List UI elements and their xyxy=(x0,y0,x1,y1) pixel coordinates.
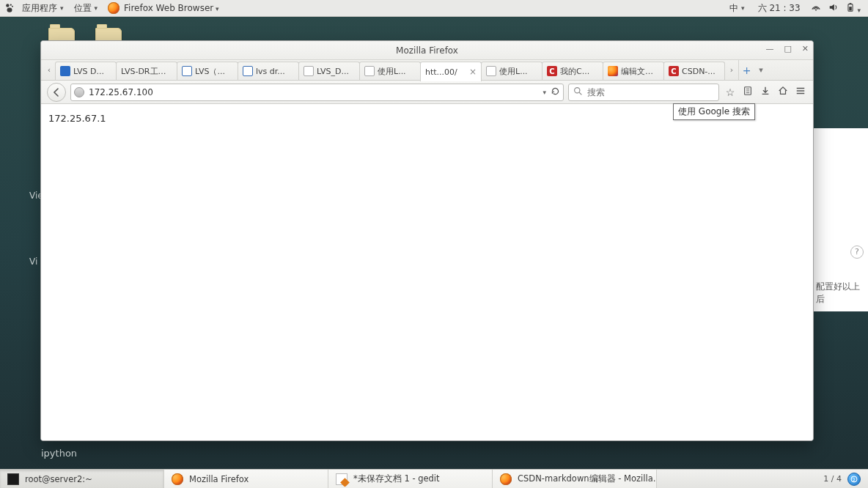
reader-view-icon[interactable] xyxy=(741,86,754,98)
svg-rect-6 xyxy=(849,3,851,4)
tab-label: LVS D... xyxy=(73,67,111,76)
tab[interactable]: LVS-DR工… xyxy=(116,62,177,80)
battery-icon[interactable] xyxy=(846,2,861,15)
tab[interactable]: B lvs dr... xyxy=(238,62,299,80)
bookmark-star-icon[interactable]: ☆ xyxy=(724,86,737,98)
tab-label: LVS-DR工… xyxy=(121,66,172,77)
tab-scroll-right[interactable]: › xyxy=(725,60,738,80)
tray-notification-icon[interactable]: 2 xyxy=(847,473,861,486)
search-bar[interactable]: 使用 Google 搜索 xyxy=(568,84,719,101)
firefox-window: Mozilla Firefox — □ ✕ ‹ LVS D... LVS-DR工… xyxy=(40,40,814,441)
favicon-icon: B xyxy=(182,66,192,76)
search-icon xyxy=(573,86,583,98)
gnome-top-panel: 应用程序 位置 Firefox Web Browser 中 六 21 : 33 xyxy=(0,0,868,17)
tab-list-button[interactable]: ▾ xyxy=(754,60,768,80)
tab[interactable]: C CSDN-... xyxy=(663,62,725,80)
tab[interactable]: LVS_D... xyxy=(298,62,360,80)
svg-point-4 xyxy=(815,9,817,10)
firefox-launcher[interactable]: Firefox Web Browser xyxy=(105,1,222,15)
close-button[interactable]: ✕ xyxy=(802,44,809,53)
tab-label: lvs dr... xyxy=(256,67,294,76)
favicon-icon: B xyxy=(243,66,253,76)
svg-line-9 xyxy=(579,92,581,95)
reload-button[interactable] xyxy=(551,86,560,98)
firefox-launcher-label: Firefox Web Browser xyxy=(124,3,219,13)
behind-window-fragment: ? 配置好以上后 xyxy=(811,128,868,311)
tab-scroll-left[interactable]: ‹ xyxy=(43,60,56,80)
taskbar-item-gedit[interactable]: *未保存文档 1 - gedit xyxy=(328,470,493,488)
help-icon: ? xyxy=(850,245,864,259)
home-icon[interactable] xyxy=(776,86,790,98)
firefox-icon xyxy=(108,2,119,14)
ime-indicator[interactable]: 中 xyxy=(727,1,748,16)
volume-icon[interactable] xyxy=(828,2,839,15)
tab[interactable]: LVS D... xyxy=(55,62,117,80)
firefox-icon xyxy=(500,473,512,485)
url-bar[interactable]: ▾ xyxy=(70,84,564,101)
favicon-icon: C xyxy=(669,66,679,76)
tab[interactable]: 使用L... xyxy=(481,62,542,80)
hamburger-menu-icon[interactable] xyxy=(794,86,807,98)
taskbar-item-terminal[interactable]: root@server2:~ xyxy=(0,470,164,488)
minimize-button[interactable]: — xyxy=(765,44,773,53)
behind-text: 配置好以上后 xyxy=(816,281,864,306)
workspace-indicator[interactable]: 1 / 4 xyxy=(823,474,842,484)
tab-strip: ‹ LVS D... LVS-DR工… B LVS（... B lvs dr..… xyxy=(41,60,813,81)
page-body-text: 172.25.67.1 xyxy=(48,113,106,124)
tab-label: 使用L... xyxy=(378,66,416,77)
network-icon[interactable] xyxy=(811,2,821,15)
maximize-button[interactable]: □ xyxy=(784,44,791,53)
favicon-icon: C xyxy=(547,66,557,76)
window-titlebar[interactable]: Mozilla Firefox — □ ✕ xyxy=(41,41,813,60)
taskbar-label: CSDN-markdown编辑器 - Mozilla… xyxy=(518,473,657,484)
favicon-icon xyxy=(608,66,618,76)
taskbar-label: *未保存文档 1 - gedit xyxy=(353,473,440,484)
firefox-icon xyxy=(172,473,183,485)
page-content: 172.25.67.1 xyxy=(41,104,813,440)
favicon-icon xyxy=(60,66,70,76)
url-dropdown-icon[interactable]: ▾ xyxy=(542,89,546,96)
favicon-icon xyxy=(364,66,375,76)
tab-label: 我的C... xyxy=(560,66,598,77)
bottom-taskbar: root@server2:~ Mozilla Firefox *未保存文档 1 … xyxy=(0,469,868,488)
tab-label: CSDN-... xyxy=(682,67,720,76)
places-menu[interactable]: 位置 xyxy=(71,1,101,16)
tab[interactable]: C 我的C... xyxy=(542,62,603,80)
new-tab-button[interactable]: + xyxy=(738,60,754,80)
site-identity-icon[interactable] xyxy=(74,87,84,97)
behind-text: Vi xyxy=(29,256,37,267)
taskbar-item-firefox-csdn[interactable]: CSDN-markdown编辑器 - Mozilla… xyxy=(493,470,657,488)
tab[interactable]: 使用L... xyxy=(359,62,421,80)
svg-text:2: 2 xyxy=(853,476,856,481)
taskbar-label: root@server2:~ xyxy=(25,474,92,484)
svg-point-8 xyxy=(575,87,580,92)
favicon-icon xyxy=(486,66,496,76)
svg-rect-7 xyxy=(849,7,852,10)
tab-label: htt...00/ xyxy=(425,67,466,77)
taskbar-label: Mozilla Firefox xyxy=(189,474,249,484)
gedit-icon xyxy=(336,473,347,485)
navigation-toolbar: ▾ 使用 Google 搜索 ☆ xyxy=(41,81,813,104)
tab-label: 编辑文… xyxy=(621,66,659,77)
tab[interactable]: 编辑文… xyxy=(603,62,664,80)
svg-point-1 xyxy=(10,4,12,5)
favicon-icon xyxy=(304,66,314,76)
tab-close-icon[interactable]: × xyxy=(469,67,477,77)
back-button[interactable] xyxy=(47,83,66,102)
downloads-icon[interactable] xyxy=(759,86,772,98)
tab-label: 使用L... xyxy=(499,66,537,77)
url-input[interactable] xyxy=(89,87,538,97)
tab-label: LVS（... xyxy=(195,66,233,77)
terminal-icon xyxy=(7,473,19,485)
search-input[interactable] xyxy=(587,87,714,97)
gnome-foot-icon xyxy=(4,3,15,13)
search-tooltip: 使用 Google 搜索 xyxy=(673,103,755,120)
clock[interactable]: 六 21 : 33 xyxy=(755,1,803,16)
tab[interactable]: B LVS（... xyxy=(177,62,238,80)
tab-active[interactable]: htt...00/ × xyxy=(420,62,482,81)
system-tray: 1 / 4 2 xyxy=(816,470,868,488)
tab-label: LVS_D... xyxy=(317,67,355,76)
applications-menu[interactable]: 应用程序 xyxy=(19,1,67,16)
desktop-label: ipython xyxy=(41,448,77,459)
taskbar-item-firefox[interactable]: Mozilla Firefox xyxy=(164,470,328,488)
